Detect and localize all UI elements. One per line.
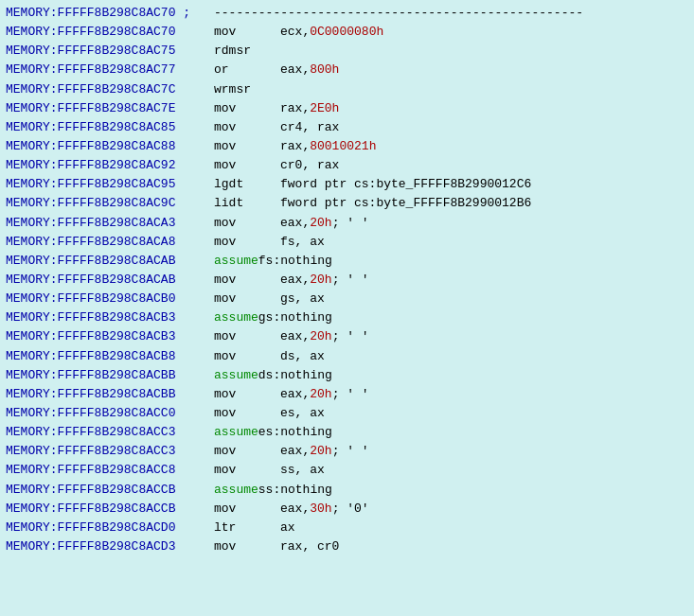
code-line: MEMORY:FFFFF8B298C8AC70 ; --------------… [6,4,688,23]
mnemonic: mov [214,99,280,118]
operand: fword ptr cs:byte_FFFFF8B2990012B6 [280,194,531,213]
operand: eax, [280,327,310,346]
code-line: MEMORY:FFFFF8B298C8AC9Clidtfword ptr cs:… [6,194,688,213]
code-line: MEMORY:FFFFF8B298C8AC77oreax, 800h [6,61,688,79]
mnemonic: lidt [214,194,280,213]
mnemonic: mov [214,118,280,137]
code-line: MEMORY:FFFFF8B298C8ACA3moveax, 20h ; ' ' [6,214,688,233]
code-line: MEMORY:FFFFF8B298C8ACABmoveax, 20h ; ' ' [6,271,688,290]
operand: es, ax [280,404,325,423]
code-line: MEMORY:FFFFF8B298C8AC75rdmsr [6,42,688,61]
address: MEMORY:FFFFF8B298C8ACCB [6,500,214,519]
mnemonic: or [214,61,280,79]
code-view: MEMORY:FFFFF8B298C8AC70 ; --------------… [0,0,694,616]
address: MEMORY:FFFFF8B298C8AC77 [6,61,214,79]
address: MEMORY:FFFFF8B298C8AC75 [6,42,214,61]
address: MEMORY:FFFFF8B298C8ACCB [6,481,214,500]
code-line: MEMORY:FFFFF8B298C8AC70movecx, 0C0000080… [6,23,688,42]
assume-operand: fs:nothing [258,252,332,271]
address: MEMORY:FFFFF8B298C8ACC3 [6,442,214,461]
operand: 0C0000080h [310,23,383,42]
mnemonic: mov [214,23,280,42]
operand: ss, ax [280,461,325,480]
code-line: MEMORY:FFFFF8B298C8ACB3moveax, 20h ; ' ' [6,327,688,346]
operand: gs, ax [280,290,325,308]
mnemonic: rdmsr [214,42,280,61]
mnemonic: mov [214,156,280,175]
code-line: MEMORY:FFFFF8B298C8ACB8movds, ax [6,347,688,366]
assume-keyword: assume [214,308,258,327]
mnemonic: mov [214,290,280,308]
address: MEMORY:FFFFF8B298C8ACB3 [6,327,214,346]
assume-keyword: assume [214,423,258,442]
mnemonic: ltr [214,519,280,537]
assume-operand: ss:nothing [258,481,332,500]
operand: 80010021h [310,137,376,156]
operand: eax, [280,500,310,519]
address: MEMORY:FFFFF8B298C8ACB8 [6,347,214,366]
address: MEMORY:FFFFF8B298C8ACA8 [6,233,214,252]
operand: ; ' ' [332,442,369,461]
code-line: MEMORY:FFFFF8B298C8ACB3assume gs:nothing [6,308,688,327]
address: MEMORY:FFFFF8B298C8ACC3 [6,423,214,442]
mnemonic: mov [214,347,280,366]
code-line: MEMORY:FFFFF8B298C8AC7Cwrmsr [6,80,688,99]
operand: eax, [280,442,310,461]
assume-keyword: assume [214,481,258,500]
operand: ax [280,519,295,537]
address: MEMORY:FFFFF8B298C8ACAB [6,271,214,290]
code-line: MEMORY:FFFFF8B298C8ACC0moves, ax [6,404,688,423]
mnemonic: wrmsr [214,80,280,99]
operand: rax, cr0 [280,537,339,556]
operand: eax, [280,214,310,233]
address: MEMORY:FFFFF8B298C8AC7C [6,80,214,99]
address: MEMORY:FFFFF8B298C8AC95 [6,175,214,194]
operand: eax, [280,271,310,290]
address: MEMORY:FFFFF8B298C8ACAB [6,252,214,271]
mnemonic: mov [214,442,280,461]
code-line: MEMORY:FFFFF8B298C8ACCBmoveax, 30h ; '0' [6,500,688,519]
mnemonic: mov [214,500,280,519]
code-line: MEMORY:FFFFF8B298C8ACC8movss, ax [6,461,688,480]
operand: cr0, rax [280,156,339,175]
operand: ecx, [280,23,310,42]
mnemonic: mov [214,271,280,290]
operand: 800h [310,61,339,79]
operand: ds, ax [280,347,325,366]
address: MEMORY:FFFFF8B298C8AC70 [6,23,214,42]
operand: 20h [310,385,331,404]
operand: cr4, rax [280,118,339,137]
mnemonic: mov [214,461,280,480]
operand: rax, [280,137,310,156]
operand: ; '0' [332,500,369,519]
address: MEMORY:FFFFF8B298C8AC7E [6,99,214,118]
mnemonic: lgdt [214,175,280,194]
address: MEMORY:FFFFF8B298C8AC9C [6,194,214,213]
operand: ; ' ' [332,385,369,404]
address: MEMORY:FFFFF8B298C8ACC0 [6,404,214,423]
mnemonic: mov [214,214,280,233]
comment-separator: ----------------------------------------… [214,4,583,23]
address: MEMORY:FFFFF8B298C8AC92 [6,156,214,175]
code-line: MEMORY:FFFFF8B298C8ACCBassume ss:nothing [6,481,688,500]
address: MEMORY:FFFFF8B298C8ACBB [6,366,214,385]
mnemonic: mov [214,385,280,404]
operand: fword ptr cs:byte_FFFFF8B2990012C6 [280,175,531,194]
operand: ; ' ' [332,327,369,346]
operand: ; ' ' [332,214,369,233]
operand: 2E0h [310,99,339,118]
assume-keyword: assume [214,366,258,385]
code-line: MEMORY:FFFFF8B298C8AC85movcr4, rax [6,118,688,137]
code-line: MEMORY:FFFFF8B298C8ACC3moveax, 20h ; ' ' [6,442,688,461]
address: MEMORY:FFFFF8B298C8ACB0 [6,290,214,308]
code-line: MEMORY:FFFFF8B298C8AC88movrax, 80010021h [6,137,688,156]
address: MEMORY:FFFFF8B298C8ACB3 [6,308,214,327]
assume-keyword: assume [214,252,258,271]
code-line: MEMORY:FFFFF8B298C8ACD3movrax, cr0 [6,537,688,556]
code-line: MEMORY:FFFFF8B298C8AC7Emovrax, 2E0h [6,99,688,118]
operand: 20h [310,442,331,461]
mnemonic: mov [214,404,280,423]
operand: 20h [310,271,331,290]
assume-operand: es:nothing [258,423,332,442]
code-line: MEMORY:FFFFF8B298C8ACA8movfs, ax [6,233,688,252]
